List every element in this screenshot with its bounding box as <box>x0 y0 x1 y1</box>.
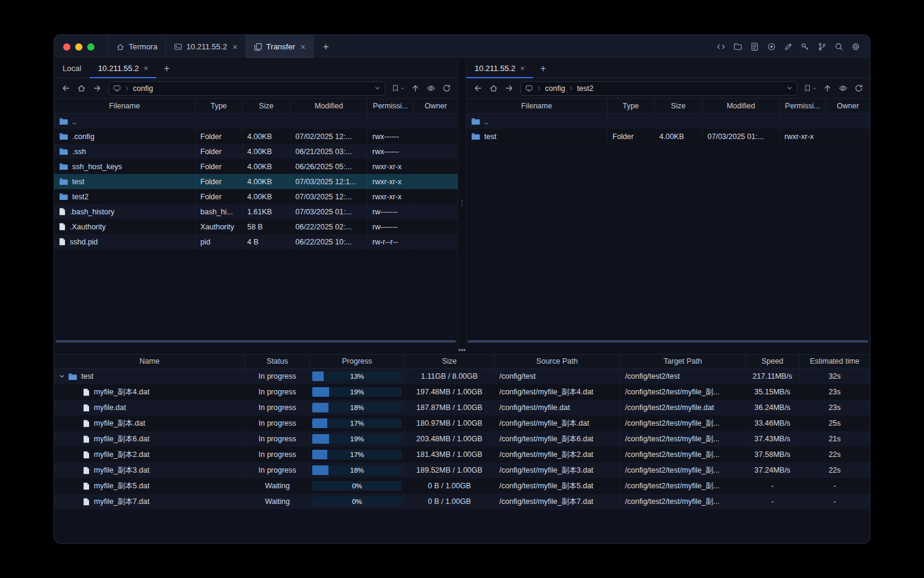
gear-icon[interactable] <box>849 40 862 54</box>
close-icon[interactable]: × <box>301 43 306 51</box>
transfer-row[interactable]: myfile_副本5.datWaiting0%0 B / 1.00GB/conf… <box>54 478 870 494</box>
window-tab-10-211-55-2[interactable]: 10.211.55.2× <box>165 35 245 58</box>
new-panel-tab-button[interactable]: + <box>156 59 176 78</box>
transfer-row[interactable]: myfile_副本4.datIn progress19%197.48MB / 1… <box>54 384 870 400</box>
transfer-column-header-speed[interactable]: Speed <box>746 355 799 368</box>
branch-icon[interactable] <box>815 40 828 54</box>
column-header-modified[interactable]: Modified <box>703 99 780 113</box>
panel-tab-10-211-55-2[interactable]: 10.211.55.2× <box>90 59 156 78</box>
home-icon[interactable] <box>74 81 88 96</box>
forward-icon[interactable] <box>502 81 516 96</box>
back-icon[interactable] <box>58 81 73 96</box>
parent-directory-icon[interactable] <box>408 81 422 96</box>
refresh-icon[interactable] <box>851 81 866 96</box>
column-header-size[interactable]: Size <box>242 99 291 113</box>
column-header-permissi[interactable]: Permissi... <box>780 99 826 113</box>
file-row[interactable]: .XauthorityXauthority58 B06/22/2025 02:.… <box>54 219 458 234</box>
transfer-column-header-name[interactable]: Name <box>54 355 245 368</box>
column-header-size[interactable]: Size <box>654 99 703 113</box>
progress-bar: 19% <box>312 434 402 444</box>
transfer-row[interactable]: myfile_副本6.datIn progress19%203.48MB / 1… <box>54 431 870 447</box>
transfer-column-header-progress[interactable]: Progress <box>310 355 405 368</box>
horizontal-splitter[interactable]: ••• <box>54 347 870 354</box>
file-row[interactable]: testFolder4.00KB07/03/2025 12:1...rwxr-x… <box>54 174 458 189</box>
bookmark-button[interactable] <box>802 84 819 92</box>
breadcrumb-segment[interactable]: test2 <box>577 84 593 93</box>
file-modified: 06/21/2025 03:... <box>291 144 368 159</box>
column-header-modified[interactable]: Modified <box>291 99 368 113</box>
file-row[interactable]: .. <box>466 114 870 129</box>
panel-tab-local[interactable]: Local <box>54 59 90 78</box>
expand-chevron-icon[interactable] <box>57 373 66 379</box>
close-icon[interactable]: × <box>520 64 525 72</box>
transfer-row[interactable]: myfile.datIn progress18%187.87MB / 1.00G… <box>54 400 870 415</box>
transfer-progress-cell: 17% <box>310 447 405 462</box>
transfer-column-header-size[interactable]: Size <box>405 355 494 368</box>
new-panel-tab-button[interactable]: + <box>533 59 553 78</box>
path-dropdown-icon[interactable] <box>374 85 381 92</box>
breadcrumb-segment[interactable]: config <box>545 84 565 93</box>
search-icon[interactable] <box>832 40 845 54</box>
progress-bar: 0% <box>312 481 402 491</box>
transfer-row[interactable]: myfile_副本.datIn progress17%180.97MB / 1.… <box>54 415 870 431</box>
document-icon[interactable] <box>748 40 761 54</box>
file-name: test <box>484 132 496 141</box>
column-header-owner[interactable]: Owner <box>414 99 458 113</box>
back-icon[interactable] <box>470 81 485 96</box>
file-row[interactable]: .bash_historybash_hi...1.61KB07/03/2025 … <box>54 204 458 219</box>
file-row[interactable]: .. <box>54 114 458 129</box>
close-icon[interactable]: × <box>232 43 237 51</box>
code-icon[interactable] <box>714 40 727 54</box>
path-breadcrumb[interactable]: configtest2 <box>520 81 798 96</box>
window-tab-termora[interactable]: Termora <box>108 35 165 58</box>
close-window-button[interactable] <box>63 43 70 51</box>
refresh-icon[interactable] <box>439 81 454 96</box>
path-breadcrumb[interactable]: config <box>108 81 386 96</box>
record-icon[interactable] <box>765 40 778 54</box>
vertical-splitter[interactable]: ⋮ <box>458 59 466 347</box>
file-type: Folder <box>196 159 242 174</box>
window-tab-transfer[interactable]: Transfer× <box>245 35 314 58</box>
new-window-tab-button[interactable]: + <box>314 35 338 58</box>
column-header-filename[interactable]: Filename <box>466 99 608 113</box>
transfer-column-header-estimated-time[interactable]: Estimated time <box>799 355 870 368</box>
file-row[interactable]: test2Folder4.00KB07/03/2025 12:...rwxr-x… <box>54 189 458 204</box>
forward-icon[interactable] <box>90 81 104 96</box>
show-hidden-files-icon[interactable] <box>836 81 850 96</box>
parent-directory-icon[interactable] <box>820 81 834 96</box>
panel-tab-10-211-55-2[interactable]: 10.211.55.2× <box>466 59 533 78</box>
transfer-row[interactable]: myfile_副本3.datIn progress18%189.52MB / 1… <box>54 462 870 478</box>
zoom-window-button[interactable] <box>87 43 94 51</box>
close-icon[interactable]: × <box>144 64 149 72</box>
column-header-owner[interactable]: Owner <box>826 99 870 113</box>
transfer-column-header-source-path[interactable]: Source Path <box>494 355 620 368</box>
file-row[interactable]: testFolder4.00KB07/03/2025 01:...rwxr-xr… <box>466 129 870 144</box>
horizontal-scrollbar[interactable] <box>467 340 868 343</box>
column-header-permissi[interactable]: Permissi... <box>368 99 414 113</box>
key-icon[interactable] <box>798 40 812 54</box>
transfer-row[interactable]: myfile_副本7.datWaiting0%0 B / 1.00GB/conf… <box>54 494 870 509</box>
horizontal-scrollbar[interactable] <box>55 340 456 343</box>
column-header-type[interactable]: Type <box>608 99 654 113</box>
bookmark-icon <box>392 84 399 92</box>
transfer-column-header-status[interactable]: Status <box>245 355 310 368</box>
transfer-row[interactable]: testIn progress13%1.11GB / 8.00GB/config… <box>54 368 870 384</box>
file-row[interactable]: .sshFolder4.00KB06/21/2025 03:...rwx----… <box>54 144 458 159</box>
folder-action-icon[interactable] <box>731 40 744 54</box>
bookmark-button[interactable] <box>390 84 407 92</box>
breadcrumb-segment[interactable]: config <box>133 84 153 93</box>
transfer-row[interactable]: myfile_副本2.datIn progress17%181.43MB / 1… <box>54 447 870 462</box>
pencil-icon[interactable] <box>781 40 795 54</box>
column-header-filename[interactable]: Filename <box>54 99 196 113</box>
column-header-type[interactable]: Type <box>196 99 242 113</box>
minimize-window-button[interactable] <box>75 43 82 51</box>
transfer-column-header-target-path[interactable]: Target Path <box>620 355 746 368</box>
file-row[interactable]: sshd.pidpid4 B06/22/2025 10:...rw-r--r-- <box>54 234 458 249</box>
file-row[interactable]: ssh_host_keysFolder4.00KB06/26/2025 05:.… <box>54 159 458 174</box>
folder-icon <box>471 132 480 140</box>
path-dropdown-icon[interactable] <box>786 85 793 92</box>
show-hidden-files-icon[interactable] <box>424 81 438 96</box>
file-row[interactable]: .configFolder4.00KB07/02/2025 12:...rwx-… <box>54 129 458 144</box>
home-icon[interactable] <box>486 81 500 96</box>
transfer-source-path: /config/test/myfile_副本6.dat <box>494 431 620 447</box>
